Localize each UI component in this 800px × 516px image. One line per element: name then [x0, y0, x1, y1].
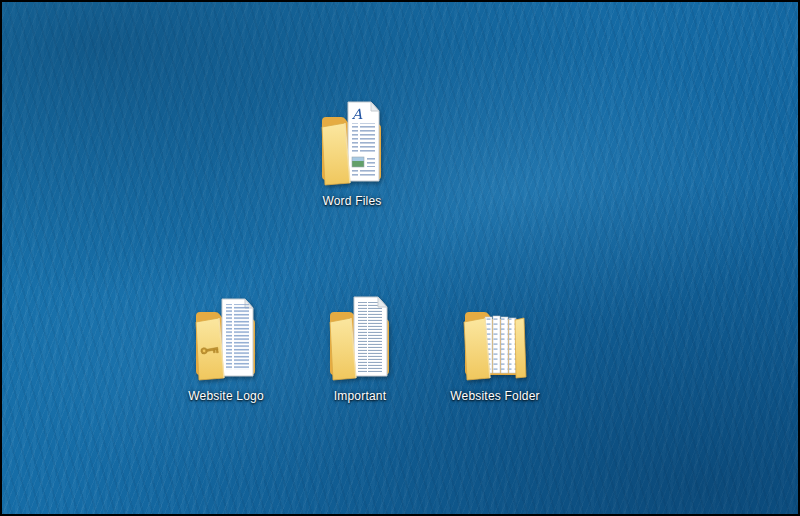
- icon-label: Website Logo: [188, 389, 264, 403]
- folder-with-text-document-icon: [322, 292, 398, 384]
- folder-with-files-icon: [457, 292, 533, 384]
- logo-document: [222, 299, 253, 376]
- icon-label: Websites Folder: [450, 389, 539, 403]
- desktop-background[interactable]: A Word Files: [0, 0, 800, 516]
- icon-label: Important: [334, 389, 387, 403]
- desktop-icon-word-files[interactable]: A Word Files: [292, 97, 412, 208]
- word-letter: A: [351, 106, 363, 122]
- word-document: A: [348, 102, 379, 181]
- folder-with-logo-document-icon: [188, 292, 264, 384]
- text-document: [354, 297, 387, 376]
- desktop-icon-website-logo[interactable]: Website Logo: [166, 292, 286, 403]
- folder-with-word-document-icon: A: [314, 97, 390, 189]
- folder-front-flap-right: [515, 318, 526, 378]
- desktop-icon-important[interactable]: Important: [300, 292, 420, 403]
- icon-label: Word Files: [322, 194, 381, 208]
- desktop-icon-websites-folder[interactable]: Websites Folder: [435, 292, 555, 403]
